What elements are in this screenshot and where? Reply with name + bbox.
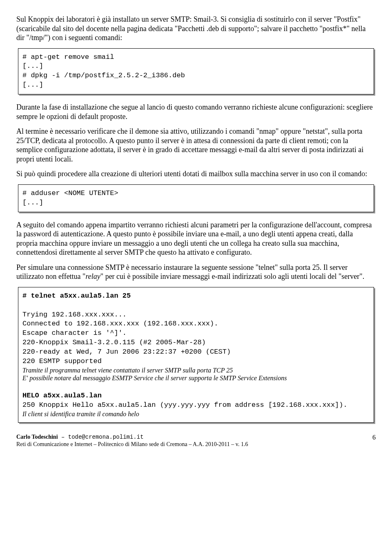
code-block-adduser: # adduser <NOME UTENTE> [...] (18, 184, 374, 212)
code-block-install: # apt-get remove smail [...] # dpkg -i /… (18, 48, 374, 95)
code-line: 250 Knoppix Hello a5xx.aula5.lan (yyy.yy… (22, 401, 347, 409)
code-line: Connected to 192.168.xxx.xxx (192.168.xx… (22, 320, 218, 327)
code-line: 220-Knoppix Smail-3.2.0.115 (#2 2005-Mar… (22, 339, 206, 346)
relay-italic: relay (85, 272, 100, 280)
telnet-note-1: Tramite il programma telnet viene contat… (22, 366, 370, 374)
code-line: 220-ready at Wed, 7 Jun 2006 23:22:37 +0… (22, 348, 231, 356)
author-name: Carlo Todeschini (16, 434, 58, 440)
paragraph-install-note: Durante la fase di installazione che seg… (16, 103, 376, 121)
paragraph-after-adduser: A seguito del comando appena impartito v… (16, 220, 376, 257)
code-block-telnet: # telnet a5xx.aula5.lan 25 Trying 192.16… (18, 287, 374, 423)
text: " per cui è possibile inviare messaggi e… (100, 272, 364, 280)
page-footer: 6 Carlo Todeschini – tode@cremona.polimi… (16, 433, 376, 448)
telnet-cmd: # telnet a5xx.aula5.lan 25 (22, 292, 131, 300)
paragraph-adduser-intro: Si può quindi procedere alla creazione d… (16, 169, 376, 179)
code-line: 220 ESMTP supported (22, 357, 102, 365)
footer-course: Reti di Comunicazione e Internet – Polit… (16, 441, 248, 447)
code-line: Escape character is '^]'. (22, 329, 127, 337)
telnet-note-2: E' possibile notare dal messaggio ESMTP … (22, 374, 370, 382)
code-line: Trying 192.168.xxx.xxx... (22, 311, 127, 318)
helo-note: Il client si identifica tramite il coman… (22, 410, 370, 418)
page-number: 6 (372, 433, 376, 442)
paragraph-telnet-intro: Per simulare una connessione SMTP è nece… (16, 263, 376, 281)
paragraph-intro: Sul Knoppix dei laboratori è già install… (16, 15, 376, 43)
footer-author: Carlo Todeschini – tode@cremona.polimi.i… (16, 434, 144, 440)
paragraph-verify: Al termine è necessario verificare che i… (16, 127, 376, 164)
helo-cmd: HELO a5xx.aula5.lan (22, 392, 102, 399)
author-email: – tode@cremona.polimi.it (58, 434, 144, 440)
